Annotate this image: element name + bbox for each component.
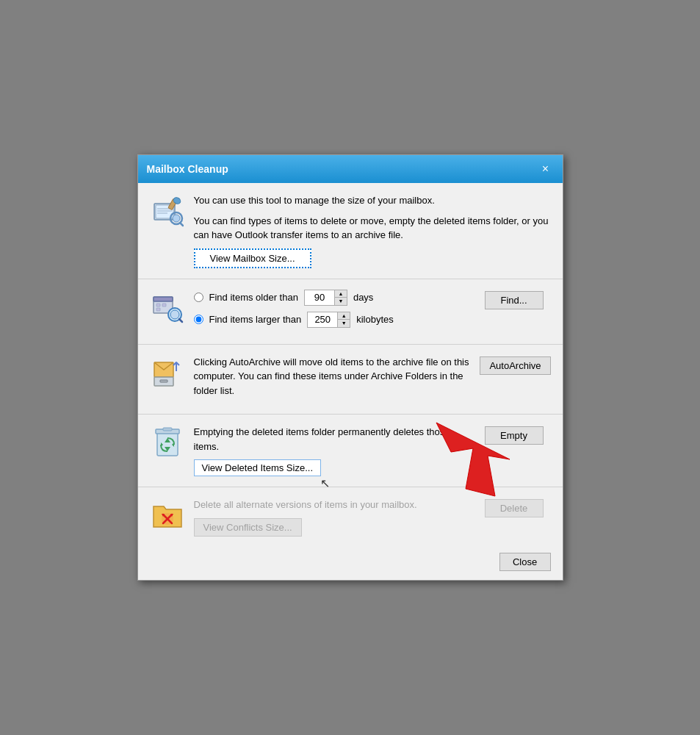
view-mailbox-size-button[interactable]: View Mailbox Size... (194, 248, 311, 268)
deleted-items-section: Emptying the deleted items folder perman… (138, 415, 563, 487)
view-deleted-wrapper: View Deleted Items Size... ↖ (194, 459, 322, 476)
recycle-icon (150, 425, 185, 460)
conflicts-section: Delete all alternate versions of items i… (138, 487, 563, 547)
autoarchive-section: Clicking AutoArchive will move old items… (138, 345, 563, 415)
days-label: days (353, 292, 373, 303)
deleted-items-content: Emptying the deleted items folder perman… (194, 425, 476, 476)
find-action: Find... (485, 290, 551, 309)
autoarchive-button[interactable]: AutoArchive (480, 356, 550, 375)
mailbox-size-content: You can use this tool to manage the size… (194, 193, 551, 268)
find-older-label: Find items older than (209, 292, 298, 303)
older-days-spinner-btns: ▲ ▼ (334, 290, 347, 305)
larger-kb-spinner-btns: ▲ ▼ (337, 312, 350, 327)
svg-line-17 (179, 319, 182, 322)
autoarchive-content: Clicking AutoArchive will move old items… (194, 355, 472, 404)
mailbox-size-section: You can use this tool to manage the size… (138, 183, 563, 279)
find-icon (150, 290, 185, 325)
older-days-input[interactable] (305, 290, 334, 305)
dialog-footer: Close (138, 547, 563, 580)
kilobytes-label: kilobytes (356, 314, 394, 325)
larger-kb-spinner: ▲ ▼ (307, 312, 350, 328)
larger-kb-input[interactable] (308, 312, 337, 327)
svg-rect-13 (162, 304, 166, 306)
older-days-up[interactable]: ▲ (335, 290, 347, 298)
mailbox-cleanup-dialog: Mailbox Cleanup × (137, 154, 563, 581)
svg-rect-20 (160, 380, 167, 382)
title-bar: Mailbox Cleanup × (138, 155, 563, 183)
deleted-items-desc: Emptying the deleted items folder perman… (194, 425, 476, 453)
find-button[interactable]: Find... (485, 291, 544, 309)
find-larger-row: Find items larger than ▲ ▼ kilobytes (194, 312, 476, 328)
find-older-radio[interactable] (194, 293, 203, 302)
find-larger-radio[interactable] (194, 315, 203, 324)
dialog-title: Mailbox Cleanup (147, 163, 228, 175)
larger-kb-up[interactable]: ▲ (338, 312, 350, 320)
close-icon[interactable]: × (538, 161, 554, 177)
empty-button[interactable]: Empty (485, 426, 544, 445)
find-items-section: Find items older than ▲ ▼ days Find item… (138, 279, 563, 345)
larger-kb-down[interactable]: ▼ (338, 320, 350, 327)
svg-point-8 (173, 215, 180, 222)
mailbox-desc2: You can find types of items to delete or… (194, 214, 551, 243)
autoarchive-desc: Clicking AutoArchive will move old items… (194, 355, 472, 398)
delete-button[interactable]: Delete (485, 499, 544, 517)
archive-icon (150, 355, 185, 390)
conflicts-icon (150, 498, 185, 533)
older-days-spinner: ▲ ▼ (304, 290, 347, 306)
empty-action: Empty (485, 425, 551, 445)
mailbox-icon (150, 193, 185, 229)
svg-rect-14 (156, 308, 160, 311)
conflicts-desc: Delete all alternate versions of items i… (194, 498, 476, 512)
dialog-body: You can use this tool to manage the size… (138, 183, 563, 547)
older-days-down[interactable]: ▼ (335, 298, 347, 305)
svg-rect-12 (156, 304, 160, 306)
svg-point-16 (170, 310, 179, 319)
svg-line-9 (180, 223, 183, 226)
conflicts-content: Delete all alternate versions of items i… (194, 498, 476, 537)
mailbox-desc1: You can use this tool to manage the size… (194, 193, 551, 208)
svg-rect-24 (163, 428, 172, 431)
delete-action: Delete (485, 498, 551, 517)
find-items-content: Find items older than ▲ ▼ days Find item… (194, 290, 476, 334)
view-conflicts-button[interactable]: View Conflicts Size... (194, 518, 302, 537)
view-deleted-items-button[interactable]: View Deleted Items Size... (194, 459, 322, 476)
svg-rect-11 (154, 297, 173, 301)
autoarchive-action: AutoArchive (480, 355, 550, 375)
close-button[interactable]: Close (499, 553, 551, 571)
find-larger-label: Find items larger than (209, 314, 302, 325)
find-older-row: Find items older than ▲ ▼ days (194, 290, 476, 306)
